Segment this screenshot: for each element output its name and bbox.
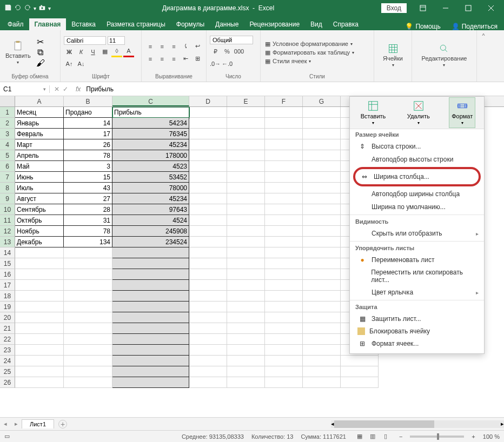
- cell[interactable]: [227, 129, 265, 139]
- cell[interactable]: [265, 215, 303, 226]
- paste-button[interactable]: Вставить ▾: [3, 39, 33, 66]
- menu-column-width[interactable]: ⇔ Ширина столбца...: [360, 170, 474, 183]
- share-icon[interactable]: 👤: [452, 23, 460, 30]
- tab-home[interactable]: Главная: [29, 18, 67, 30]
- tab-data[interactable]: Данные: [210, 18, 244, 30]
- cell[interactable]: [265, 183, 303, 193]
- row-header[interactable]: 21: [0, 323, 15, 334]
- cell[interactable]: [265, 139, 303, 150]
- cell[interactable]: [189, 118, 227, 129]
- cell[interactable]: [15, 302, 64, 312]
- cell[interactable]: [303, 312, 341, 323]
- cell[interactable]: [227, 226, 265, 237]
- cell[interactable]: [189, 139, 227, 150]
- underline-icon[interactable]: Ч: [88, 46, 98, 57]
- signin-button[interactable]: Вход: [381, 3, 407, 13]
- cell[interactable]: [189, 183, 227, 193]
- cell[interactable]: [64, 258, 112, 269]
- name-box[interactable]: C1▾: [0, 85, 50, 93]
- italic-icon[interactable]: К: [76, 46, 87, 57]
- cell[interactable]: [227, 345, 265, 356]
- popup-delete-button[interactable]: Удалить▾: [405, 98, 432, 128]
- cell[interactable]: [189, 204, 227, 215]
- align-middle-icon[interactable]: ≡: [157, 41, 168, 52]
- cell[interactable]: [303, 215, 341, 226]
- row-header[interactable]: 20: [0, 312, 15, 323]
- cell[interactable]: [265, 377, 303, 388]
- cell[interactable]: [227, 302, 265, 312]
- orientation-icon[interactable]: ⤹: [180, 41, 191, 52]
- menu-lock-cell[interactable]: Блокировать ячейку: [350, 325, 484, 337]
- cell[interactable]: [341, 356, 379, 366]
- fx-icon[interactable]: fx: [72, 85, 84, 93]
- cell[interactable]: [265, 312, 303, 323]
- cell[interactable]: 4524: [112, 215, 189, 226]
- cell[interactable]: [265, 302, 303, 312]
- zoom-level[interactable]: 100 %: [483, 433, 500, 440]
- cell[interactable]: [112, 269, 189, 280]
- cell[interactable]: [189, 312, 227, 323]
- cell[interactable]: [189, 323, 227, 334]
- cell[interactable]: [303, 193, 341, 204]
- collapse-ribbon-icon[interactable]: ˄: [477, 30, 490, 82]
- cell[interactable]: [303, 247, 341, 258]
- align-left-icon[interactable]: ≡: [145, 53, 156, 64]
- zoom-in-icon[interactable]: +: [472, 433, 475, 440]
- cell[interactable]: [112, 291, 189, 302]
- cell[interactable]: [303, 269, 341, 280]
- cell[interactable]: [112, 356, 189, 366]
- cell[interactable]: [303, 237, 341, 247]
- col-header-G[interactable]: G: [303, 96, 341, 106]
- cell[interactable]: [265, 129, 303, 139]
- cell[interactable]: [64, 280, 112, 291]
- cell[interactable]: Август: [15, 193, 64, 204]
- comma-icon[interactable]: 000: [234, 46, 244, 57]
- cell[interactable]: [15, 366, 64, 377]
- tab-view[interactable]: Вид: [305, 18, 328, 30]
- percent-icon[interactable]: %: [222, 46, 233, 57]
- cell[interactable]: [265, 323, 303, 334]
- menu-hide-unhide[interactable]: Скрыть или отобразить: [350, 227, 484, 240]
- save-icon[interactable]: [4, 4, 12, 13]
- tab-help[interactable]: Справка: [328, 18, 364, 30]
- row-header[interactable]: 5: [0, 150, 15, 161]
- cell[interactable]: [265, 366, 303, 377]
- cell[interactable]: [189, 247, 227, 258]
- cell[interactable]: [227, 280, 265, 291]
- row-header[interactable]: 23: [0, 345, 15, 356]
- cell[interactable]: [265, 226, 303, 237]
- cell[interactable]: [303, 129, 341, 139]
- conditional-formatting-button[interactable]: ▦Условное форматирование▾: [264, 40, 370, 48]
- cell[interactable]: [189, 150, 227, 161]
- row-header[interactable]: 22: [0, 334, 15, 345]
- tab-formulas[interactable]: Формулы: [171, 18, 210, 30]
- cell[interactable]: 31: [64, 215, 112, 226]
- qat-more[interactable]: ▾: [48, 5, 51, 11]
- menu-autofit-column[interactable]: Автоподбор ширины столбца: [350, 187, 484, 200]
- cell[interactable]: [303, 139, 341, 150]
- cell[interactable]: [303, 356, 341, 366]
- bold-icon[interactable]: Ж: [64, 46, 75, 57]
- row-header[interactable]: 10: [0, 204, 15, 215]
- cell[interactable]: [112, 334, 189, 345]
- cell[interactable]: [189, 280, 227, 291]
- align-top-icon[interactable]: ≡: [145, 41, 156, 52]
- cell[interactable]: [64, 302, 112, 312]
- wrap-text-icon[interactable]: ↩: [192, 41, 203, 52]
- cell[interactable]: [15, 345, 64, 356]
- inc-decimal-icon[interactable]: .0→: [210, 58, 221, 69]
- cell[interactable]: [189, 356, 227, 366]
- row-header[interactable]: 1: [0, 107, 15, 118]
- cell[interactable]: Ноябрь: [15, 226, 64, 237]
- cell[interactable]: 15: [64, 172, 112, 183]
- cell-styles-button[interactable]: ▦Стили ячеек▾: [264, 57, 370, 65]
- cell[interactable]: [227, 269, 265, 280]
- cell[interactable]: [303, 280, 341, 291]
- row-header[interactable]: 6: [0, 161, 15, 172]
- align-bottom-icon[interactable]: ≡: [169, 41, 180, 52]
- cell[interactable]: [189, 377, 227, 388]
- cell[interactable]: 245908: [112, 226, 189, 237]
- cell[interactable]: 3: [64, 161, 112, 172]
- align-right-icon[interactable]: ≡: [169, 53, 180, 64]
- cell[interactable]: [227, 172, 265, 183]
